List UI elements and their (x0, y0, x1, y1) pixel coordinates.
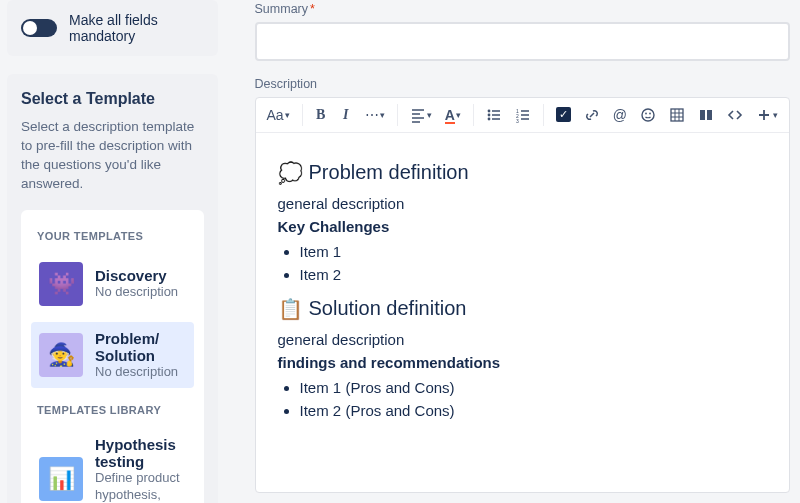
code-button[interactable] (722, 102, 748, 128)
numbered-list-button[interactable]: 123 (510, 102, 536, 128)
bullet-list: Item 1 Item 2 (300, 243, 767, 283)
svg-text:3: 3 (516, 118, 519, 123)
template-name: Problem/ Solution (95, 330, 186, 364)
thought-bubble-icon: 💭 (278, 161, 303, 185)
template-problem-solution[interactable]: 🧙 Problem/ Solution No description (31, 322, 194, 389)
clipboard-icon: 📋 (278, 297, 303, 321)
italic-button[interactable]: I (335, 102, 357, 128)
required-indicator: * (310, 2, 315, 16)
template-hypothesis-testing[interactable]: 📊 Hypothesis testing Define product hypo… (31, 428, 194, 503)
list-item: Item 2 (Pros and Cons) (300, 402, 767, 419)
summary-input[interactable] (255, 22, 790, 61)
bold-button[interactable]: B (310, 102, 332, 128)
layout-button[interactable] (693, 102, 719, 128)
link-icon (584, 107, 600, 123)
template-desc: No description (95, 284, 178, 301)
table-icon (669, 107, 685, 123)
section-heading-problem: 💭 Problem definition (278, 161, 767, 185)
svg-point-8 (649, 112, 651, 114)
editor-content[interactable]: 💭 Problem definition general description… (256, 133, 789, 492)
template-panel-subtitle: Select a description template to pre-fil… (21, 118, 204, 194)
emoji-icon (640, 107, 656, 123)
space-invader-icon: 👾 (39, 262, 83, 306)
section-templates-library: TEMPLATES LIBRARY (37, 404, 188, 416)
link-button[interactable] (579, 102, 605, 128)
bullet-list-button[interactable] (481, 102, 507, 128)
template-name: Hypothesis testing (95, 436, 186, 470)
list-item: Item 1 (Pros and Cons) (300, 379, 767, 396)
wizard-icon: 🧙 (39, 333, 83, 377)
subheading: findings and recommendations (278, 354, 501, 371)
layout-icon (698, 107, 714, 123)
text-color-dropdown[interactable]: A▾ (440, 102, 466, 128)
more-formatting-button[interactable]: ⋯▾ (360, 102, 390, 128)
code-icon (727, 107, 743, 123)
insert-dropdown[interactable]: ▾ (751, 102, 783, 128)
align-dropdown[interactable]: ▾ (405, 102, 437, 128)
align-left-icon (410, 107, 426, 123)
emoji-button[interactable] (635, 102, 661, 128)
svg-point-7 (645, 112, 647, 114)
template-list: YOUR TEMPLATES 👾 Discovery No descriptio… (21, 210, 204, 503)
description-label: Description (255, 77, 790, 91)
mandatory-toggle[interactable] (21, 19, 57, 37)
list-item: Item 2 (300, 266, 767, 283)
paragraph: general description (278, 331, 767, 348)
svg-rect-10 (700, 110, 705, 120)
mandatory-toggle-card: Make all fields mandatory (7, 0, 218, 56)
template-desc: Define product hypothesis, validate… (95, 470, 186, 503)
action-item-button[interactable] (551, 102, 576, 128)
paragraph: general description (278, 195, 767, 212)
svg-rect-11 (707, 110, 712, 120)
list-item: Item 1 (300, 243, 767, 260)
svg-rect-9 (671, 109, 683, 121)
summary-label: Summary* (255, 2, 790, 16)
editor-toolbar: Aa▾ B I ⋯▾ ▾ A▾ 123 @ (256, 98, 789, 133)
section-heading-solution: 📋 Solution definition (278, 297, 767, 321)
svg-point-1 (487, 113, 490, 116)
checkbox-icon (556, 107, 571, 122)
mention-button[interactable]: @ (608, 102, 632, 128)
table-button[interactable] (664, 102, 690, 128)
mandatory-toggle-label: Make all fields mandatory (69, 12, 204, 44)
template-discovery[interactable]: 👾 Discovery No description (31, 254, 194, 314)
section-your-templates: YOUR TEMPLATES (37, 230, 188, 242)
template-desc: No description (95, 364, 186, 381)
bullet-list: Item 1 (Pros and Cons) Item 2 (Pros and … (300, 379, 767, 419)
svg-point-0 (487, 109, 490, 112)
plus-icon (756, 107, 772, 123)
svg-point-6 (642, 109, 654, 121)
text-style-dropdown[interactable]: Aa▾ (262, 102, 295, 128)
subheading: Key Challenges (278, 218, 390, 235)
numbered-list-icon: 123 (515, 107, 531, 123)
rich-text-editor: Aa▾ B I ⋯▾ ▾ A▾ 123 @ (255, 97, 790, 493)
bar-chart-icon: 📊 (39, 457, 83, 501)
template-panel: Select a Template Select a description t… (7, 74, 218, 503)
template-name: Discovery (95, 267, 178, 284)
bullet-list-icon (486, 107, 502, 123)
svg-point-2 (487, 117, 490, 120)
template-panel-title: Select a Template (21, 90, 204, 108)
